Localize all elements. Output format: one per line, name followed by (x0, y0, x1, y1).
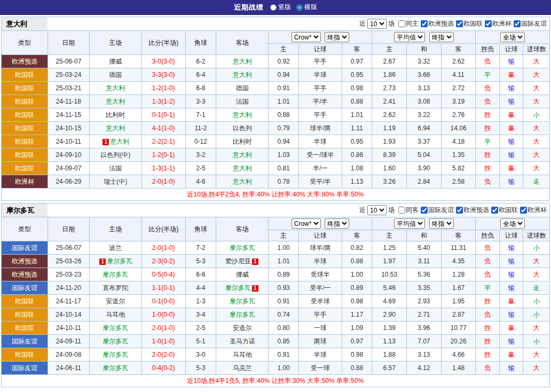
team-name[interactable]: 摩尔多瓦 (103, 324, 128, 332)
away-odds-cell: 0.86 (342, 148, 372, 162)
away-odds-cell: 0.89 (342, 281, 372, 295)
col-header-corner: 角球 (185, 217, 216, 241)
filter-league-checkbox[interactable] (491, 207, 498, 214)
match-row: 欧洲预选25-03-23摩尔多瓦0-5(0-4)6-6挪威0.89受球半1.00… (2, 268, 550, 281)
team-name[interactable]: 摩尔多瓦 (230, 297, 255, 305)
filter-league[interactable]: 欧洲杯 (520, 206, 547, 215)
filter-league[interactable]: 国际友谊 (514, 19, 547, 28)
odds-stage-select[interactable]: 终指 (325, 32, 349, 42)
odds-stage-select[interactable]: 终指 (325, 218, 349, 229)
avg-away-cell: 1.67 (441, 281, 476, 295)
handicap-cell: 半球 (298, 68, 342, 82)
col-header-score: 比分(半场) (141, 217, 185, 241)
bookmaker-select[interactable]: Crow* (292, 218, 321, 229)
team-name[interactable]: 意大利 (106, 98, 125, 105)
team-name[interactable]: 意大利 (233, 178, 252, 185)
handicap-cell: 平手 (298, 55, 342, 68)
home-odds-cell: 1.01 (269, 255, 299, 268)
filter-league[interactable]: 欧洲预选 (456, 206, 489, 215)
view-option-vertical[interactable]: 竖版 (270, 3, 291, 12)
filter-same[interactable]: 同客 (398, 206, 419, 215)
corner-cell: 3-0 (185, 348, 216, 362)
team-name[interactable]: 意大利 (233, 164, 252, 172)
filter-same[interactable]: 同主 (398, 19, 419, 28)
handicap-result-cell: 输 (499, 335, 523, 348)
filter-league-checkbox[interactable] (421, 20, 428, 27)
average-stage-select[interactable]: 终指 (429, 218, 454, 229)
team-name[interactable]: 摩尔多瓦 (230, 311, 255, 318)
bookmaker-select[interactable]: Crow* (292, 32, 321, 42)
match-type-cell: 欧洲预选 (2, 268, 48, 281)
team-name[interactable]: 摩尔多瓦 (103, 351, 128, 358)
average-stage-select[interactable]: 终指 (429, 32, 454, 42)
handicap-result-cell: 输 (499, 55, 523, 68)
filter-same-checkbox[interactable] (398, 207, 405, 214)
handicap-result-cell: 输 (499, 241, 523, 255)
score-cell: 3-0(3-0) (141, 55, 185, 68)
filter-league-checkbox[interactable] (456, 20, 463, 27)
avg-away-cell: 14.06 (441, 122, 476, 135)
avg-home-cell: 1.88 (372, 348, 407, 362)
view-radio[interactable] (270, 4, 277, 11)
filter-league[interactable]: 国际友谊 (421, 206, 454, 215)
filter-league-checkbox[interactable] (520, 207, 527, 214)
home-team-cell: 比利时 (89, 108, 141, 122)
scope-select[interactable]: 全场 (500, 32, 525, 42)
match-row: 欧国联24-11-15比利时0-1(0-1)7-1意大利0.88平手1.012.… (2, 108, 550, 122)
away-odds-cell: 0.98 (342, 82, 372, 95)
filter-league[interactable]: 欧洲预选 (421, 19, 454, 28)
away-odds-cell: 0.95 (342, 68, 372, 82)
team-name[interactable]: 意大利 (233, 58, 252, 65)
score-cell: 0-5(0-4) (141, 268, 185, 281)
match-row: 欧国联24-09-08摩尔多瓦2-0(2-0)3-0马耳他0.91半球0.981… (2, 348, 550, 362)
filter-league-checkbox[interactable] (514, 20, 521, 27)
home-team-cell: 波兰 (89, 241, 141, 255)
away-team-cell: 挪威 (216, 268, 269, 281)
match-type-cell: 欧国联 (2, 348, 48, 362)
team-name[interactable]: 意大利 (233, 151, 252, 159)
average-select[interactable]: 平均值 (394, 32, 425, 42)
view-radio[interactable] (296, 4, 303, 11)
team-name[interactable]: 意大利 (233, 111, 252, 119)
team-name[interactable]: 意大利 (106, 84, 125, 92)
match-date-cell: 24-10-11 (48, 135, 89, 148)
home-team-cell: 摩尔多瓦 (89, 268, 141, 281)
scope-select[interactable]: 全场 (500, 218, 525, 229)
team-name: 德国 (236, 84, 249, 92)
handicap-result-cell: 赢 (499, 295, 523, 308)
goals-result-cell: 大 (523, 95, 550, 108)
team-name[interactable]: 意大利 (106, 124, 125, 132)
away-odds-cell: 0.98 (342, 295, 372, 308)
filter-league[interactable]: 欧洲杯 (485, 19, 511, 28)
team-name[interactable]: 意大利 (233, 71, 252, 79)
team-name[interactable]: 摩尔多瓦 (103, 364, 128, 372)
team-name[interactable]: 摩尔多瓦 (107, 257, 132, 265)
away-odds-cell: 1.01 (342, 108, 372, 122)
filter-league[interactable]: 欧国联 (491, 206, 518, 215)
match-type-cell: 欧国联 (2, 122, 48, 135)
view-option-horizontal[interactable]: 横版 (296, 3, 317, 12)
filter-league-checkbox[interactable] (421, 207, 428, 214)
filter-league-checkbox[interactable] (456, 207, 463, 214)
result-cell: 负 (476, 175, 499, 189)
match-type-cell: 国际友谊 (2, 241, 48, 255)
filter-same-checkbox[interactable] (398, 20, 405, 27)
goals-result-cell: 小 (523, 335, 550, 348)
filter-league-checkbox[interactable] (485, 20, 492, 27)
team-name[interactable]: 摩尔多瓦 (230, 244, 255, 252)
avg-away-cell: 2.62 (441, 55, 476, 68)
filter-league[interactable]: 欧国联 (456, 19, 483, 28)
filter-league-label: 欧洲杯 (528, 206, 547, 215)
goals-result-cell: 大 (523, 55, 550, 68)
match-count-select[interactable]: 10 (367, 19, 387, 29)
handicap-cell: 半球 (298, 255, 342, 268)
team-name[interactable]: 摩尔多瓦 (103, 338, 128, 345)
avg-home-cell: 3.26 (372, 175, 407, 189)
team-name[interactable]: 摩尔多瓦 (103, 271, 128, 278)
team-name[interactable]: 意大利 (110, 138, 129, 145)
home-odds-cell: 1.03 (269, 148, 299, 162)
match-count-select[interactable]: 10 (367, 205, 387, 215)
corner-cell: 6-6 (185, 268, 216, 281)
average-select[interactable]: 平均值 (394, 218, 425, 229)
team-name[interactable]: 摩尔多瓦 (225, 284, 251, 292)
